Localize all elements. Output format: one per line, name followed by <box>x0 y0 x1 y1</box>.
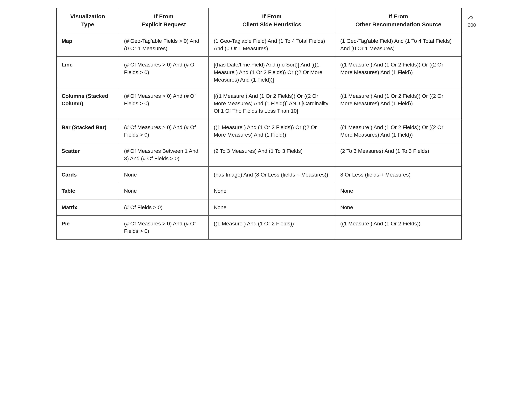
cell-other: None <box>335 183 462 199</box>
cell-client: (has Image) And (8 Or Less (fields + Mea… <box>208 167 335 183</box>
table-row: Bar (Stacked Bar)(# Of Measures > 0) And… <box>56 119 462 143</box>
cell-client: [((1 Measure ) And (1 Or 2 Fields)) Or (… <box>208 88 335 119</box>
table-wrapper: Visualization Type If From Explicit Requ… <box>56 8 462 240</box>
header-row: Visualization Type If From Explicit Requ… <box>56 8 462 33</box>
cell-client: ((1 Measure ) And (1 Or 2 Fields)) Or ((… <box>208 119 335 143</box>
cell-explicit: (# Of Measures > 0) And (# Of Fields > 0… <box>119 119 209 143</box>
cell-explicit: (# Of Fields > 0) <box>119 199 209 215</box>
cell-other: ((1 Measure ) And (1 Or 2 Fields)) Or ((… <box>335 119 462 143</box>
header-explicit: If From Explicit Request <box>119 8 209 33</box>
cell-client: [(has Date/time Field) And (no Sort)] An… <box>208 56 335 88</box>
table-row: Map(# Geo-Tag'able Fields > 0) And (0 Or… <box>56 33 462 56</box>
side-annotation: ↲ 200 <box>462 8 476 28</box>
cell-explicit: (# Of Measures > 0) And (# Of Fields > 0… <box>119 88 209 119</box>
arrow-icon: ↲ <box>466 12 477 23</box>
visualization-table: Visualization Type If From Explicit Requ… <box>56 8 462 240</box>
table-row: Line(# Of Measures > 0) And (# Of Fields… <box>56 56 462 88</box>
cell-client: None <box>208 183 335 199</box>
cell-client: (2 To 3 Measures) And (1 To 3 Fields) <box>208 143 335 167</box>
header-client: If From Client Side Heuristics <box>208 8 335 33</box>
cell-other: None <box>335 199 462 215</box>
table-row: CardsNone(has Image) And (8 Or Less (fie… <box>56 167 462 183</box>
cell-explicit: (# Of Measures > 0) And (# Of Fields > 0… <box>119 56 209 88</box>
cell-client: ((1 Measure ) And (1 Or 2 Fields)) <box>208 215 335 239</box>
cell-vis-type: Cards <box>56 167 119 183</box>
cell-client: (1 Geo-Tag'able Field) And (1 To 4 Total… <box>208 33 335 56</box>
cell-vis-type: Bar (Stacked Bar) <box>56 119 119 143</box>
cell-explicit: (# Geo-Tag'able Fields > 0) And (0 Or 1 … <box>119 33 209 56</box>
cell-vis-type: Table <box>56 183 119 199</box>
cell-client: None <box>208 199 335 215</box>
annotation-number: 200 <box>468 22 476 28</box>
table-row: Scatter(# Of Measures Between 1 And 3) A… <box>56 143 462 167</box>
cell-vis-type: Pie <box>56 215 119 239</box>
header-other: If From Other Recommendation Source <box>335 8 462 33</box>
table-row: Columns (Stacked Column)(# Of Measures >… <box>56 88 462 119</box>
cell-explicit: None <box>119 167 209 183</box>
cell-vis-type: Columns (Stacked Column) <box>56 88 119 119</box>
table-row: Pie(# Of Measures > 0) And (# Of Fields … <box>56 215 462 239</box>
cell-other: 8 Or Less (fields + Measures) <box>335 167 462 183</box>
cell-other: ((1 Measure ) And (1 Or 2 Fields)) <box>335 215 462 239</box>
cell-explicit: (# Of Measures > 0) And (# Of Fields > 0… <box>119 215 209 239</box>
cell-explicit: None <box>119 183 209 199</box>
table-row: Matrix(# Of Fields > 0)NoneNone <box>56 199 462 215</box>
cell-vis-type: Scatter <box>56 143 119 167</box>
page-container: Visualization Type If From Explicit Requ… <box>56 8 476 240</box>
cell-other: (2 To 3 Measures) And (1 To 3 Fields) <box>335 143 462 167</box>
cell-other: ((1 Measure ) And (1 Or 2 Fields)) Or ((… <box>335 88 462 119</box>
cell-other: (1 Geo-Tag'able Field) And (1 To 4 Total… <box>335 33 462 56</box>
cell-vis-type: Matrix <box>56 199 119 215</box>
table-row: TableNoneNoneNone <box>56 183 462 199</box>
cell-other: ((1 Measure ) And (1 Or 2 Fields)) Or ((… <box>335 56 462 88</box>
header-vis-type: Visualization Type <box>56 8 119 33</box>
cell-vis-type: Map <box>56 33 119 56</box>
cell-vis-type: Line <box>56 56 119 88</box>
cell-explicit: (# Of Measures Between 1 And 3) And (# O… <box>119 143 209 167</box>
